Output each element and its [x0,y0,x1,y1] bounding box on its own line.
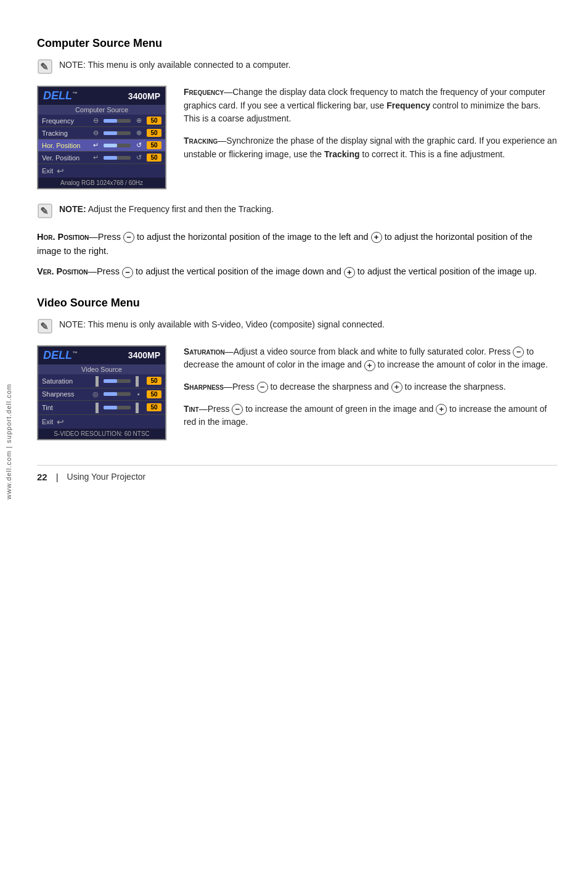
osd-track-track [104,131,131,135]
osd-freq-value: 50 [147,117,161,125]
osd-exit-row: Exit ↩ [38,164,165,178]
osd-tracking-label: Tracking [42,129,88,137]
video-source-menu-row: DELL™ 3400MP Video Source Saturation ▐ ▌… [37,345,557,440]
osd-tint-label: Tint [42,404,88,411]
sidebar: www.dell.com | support.dell.com [0,0,17,883]
osd-sharp-bar [104,392,131,396]
computer-source-title: Computer Source Menu [37,37,557,50]
osd-sharp-left-icon: ◎ [90,390,101,398]
osd-tint-value: 50 [147,403,161,411]
video-note-icon: ✎ [37,318,53,334]
sharp-plus-btn: + [391,382,402,393]
sharpness-term: Sharpness [184,382,224,392]
video-osd-exit-label: Exit [42,418,53,425]
ver-plus-btn: + [344,267,355,278]
svg-text:✎: ✎ [40,62,48,72]
computer-source-note1: ✎ NOTE: This menu is only available conn… [37,59,557,75]
osd-freq-left-icon: ⊖ [90,117,101,125]
osd-tint-fill [104,406,117,409]
video-source-title: Video Source Menu [37,297,557,310]
osd-ver-bar [104,156,131,160]
osd-freq-track [104,119,131,123]
note1-text: NOTE: This menu is only available connec… [59,59,291,72]
video-osd-header: DELL™ 3400MP [38,347,165,364]
osd-tint-row: Tint ▐ ▌ 50 [38,401,165,415]
hor-minus-btn: − [123,232,134,243]
sat-minus-btn: − [513,347,524,358]
osd-tracking-row: Tracking ⊖ ⊕ 50 [38,127,165,139]
osd-hor-left-icon: ↵ [90,141,101,149]
osd-sharp-value: 50 [147,390,161,398]
osd-freq-bar [104,119,131,123]
osd-sat-track [104,379,131,383]
osd-section-label: Computer Source [38,105,165,115]
osd-logo: DELL™ [43,89,78,102]
frequency-term: Frequency [184,87,224,97]
note-icon: ✎ [37,59,53,75]
osd-frequency-row: Frequency ⊖ ⊕ 50 [38,115,165,127]
computer-source-menu-row: DELL™ 3400MP Computer Source Frequency ⊖… [37,86,557,189]
osd-sharp-fill [104,392,117,396]
osd-ver-pos-row: Ver. Position ↵ ↺ 50 [38,152,165,164]
osd-track-fill [104,131,117,135]
osd-ver-track [104,156,131,160]
footer-separator: | [56,472,59,482]
tracking-term: Tracking [184,136,218,146]
video-osd-exit-row: Exit ↩ [38,415,165,429]
computer-source-desc: Frequency—Change the display data clock … [184,86,557,189]
osd-tint-track [104,406,131,409]
osd-exit-label: Exit [42,167,53,175]
video-osd-exit-icon: ↩ [57,417,64,427]
osd-sharp-right-icon: ▪ [133,390,144,398]
osd-sharp-track [104,392,131,396]
note2-text: NOTE: Adjust the Frequency first and the… [59,203,274,216]
video-source-desc: Saturation—Adjust a video source from bl… [184,345,557,440]
hor-position-term: Hor. Position [37,232,89,242]
video-note-text: NOTE: This menu is only available with S… [59,318,385,331]
osd-hor-value: 50 [147,141,161,149]
tint-plus-btn: + [436,404,447,415]
sat-plus-btn: + [364,360,375,371]
osd-sat-fill [104,379,117,383]
osd-track-bar [104,131,131,135]
osd-sat-right-icon: ▌ [133,376,144,386]
page-number: 22 [37,472,47,482]
osd-frequency-label: Frequency [42,117,88,125]
osd-track-right-icon: ⊕ [133,129,144,137]
osd-hor-fill [104,144,117,147]
ver-position-para: Ver. Position—Press − to adjust the vert… [37,265,557,279]
svg-text:✎: ✎ [40,321,48,332]
osd-hor-pos-label: Hor. Position [42,142,88,149]
tracking-desc: Tracking—Synchronize the phase of the di… [184,134,557,161]
osd-hor-track [104,144,131,147]
osd-tint-right-icon: ▌ [133,403,144,413]
osd-hor-pos-row: Hor. Position ↵ ↺ 50 [38,139,165,152]
svg-text:✎: ✎ [40,206,48,216]
osd-ver-left-icon: ↵ [90,154,101,162]
ver-position-term: Ver. Position [37,266,88,276]
saturation-desc: Saturation—Adjust a video source from bl… [184,345,557,372]
ver-minus-btn: − [122,267,133,278]
osd-sharpness-row: Sharpness ◎ ▪ 50 [38,388,165,401]
osd-sharpness-label: Sharpness [42,390,88,398]
osd-hor-right-icon: ↺ [133,141,144,149]
sharpness-desc: Sharpness—Press − to decrease the sharpn… [184,380,557,394]
sidebar-text: www.dell.com | support.dell.com [5,384,12,499]
hor-plus-btn: + [371,232,382,243]
video-osd-footer: S-VIDEO RESOLUTION: 60 NTSC [38,429,165,439]
osd-sat-value: 50 [147,377,161,385]
osd-freq-right-icon: ⊕ [133,117,144,125]
osd-track-left-icon: ⊖ [90,129,101,137]
video-source-note: ✎ NOTE: This menu is only available with… [37,318,557,334]
osd-hor-bar [104,144,131,147]
saturation-term: Saturation [184,347,225,356]
osd-freq-fill [104,119,117,123]
osd-exit-icon: ↩ [57,166,64,176]
osd-model: 3400MP [128,91,160,101]
note2-icon: ✎ [37,203,53,219]
tint-term: Tint [184,404,199,414]
tint-desc: Tint—Press − to increase the amount of g… [184,403,557,429]
osd-track-value: 50 [147,129,161,137]
osd-ver-fill [104,156,117,160]
tint-minus-btn: − [232,404,243,415]
